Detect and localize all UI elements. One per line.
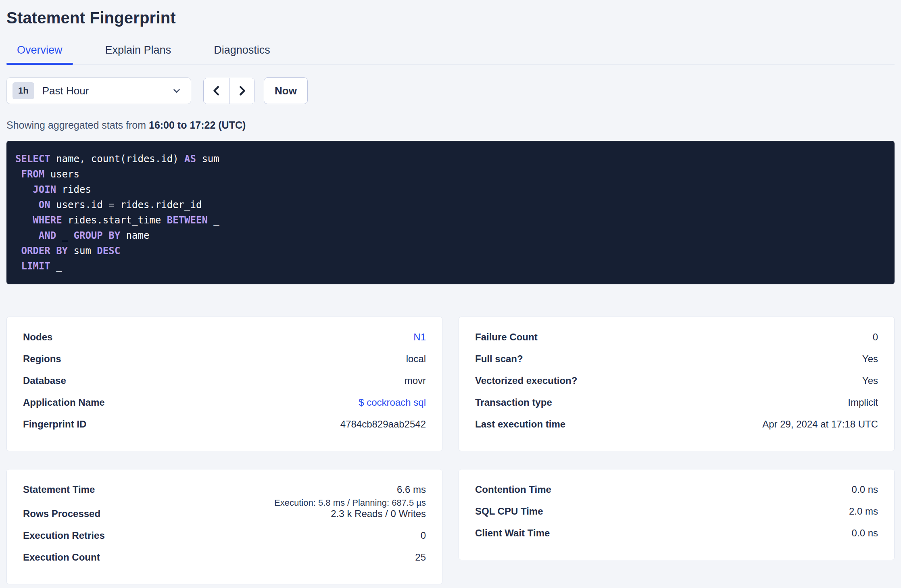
stat-value: 0 <box>421 530 426 541</box>
stat-value-main: Yes <box>862 353 878 365</box>
stat-value: 0.0 ns <box>852 484 878 495</box>
chevron-right-icon <box>236 85 248 97</box>
tab-overview[interactable]: Overview <box>6 38 73 64</box>
stat-label: Application Name <box>23 397 105 408</box>
stat-row: Client Wait Time0.0 ns <box>475 528 878 549</box>
stat-value: Apr 29, 2024 at 17:18 UTC <box>762 419 878 430</box>
stat-label: Regions <box>23 353 61 365</box>
sql-line: WHERE rides.start_time BETWEEN _ <box>15 213 886 228</box>
tab-diagnostics[interactable]: Diagnostics <box>203 38 281 64</box>
sql-line: FROM users <box>15 167 886 182</box>
stat-row: Regionslocal <box>23 353 426 375</box>
stat-label: Contention Time <box>475 484 551 495</box>
sql-text: rides.start_time <box>62 215 167 226</box>
prev-range-button[interactable] <box>204 78 229 104</box>
stat-row: NodesN1 <box>23 332 426 353</box>
sql-text: users <box>44 169 79 180</box>
stat-row: Execution Count25 <box>23 552 426 573</box>
stat-value-main: 25 <box>415 552 426 563</box>
stat-label: Execution Retries <box>23 530 105 541</box>
sql-line: JOIN rides <box>15 182 886 197</box>
sql-text: rides <box>56 184 91 195</box>
stat-value: Yes <box>862 375 878 386</box>
statement-timing-card: Statement Time6.6 msExecution: 5.8 ms / … <box>6 469 442 584</box>
sql-line: ORDER BY sum DESC <box>15 243 886 259</box>
sql-text <box>15 199 39 211</box>
time-range-label: Past Hour <box>42 85 171 97</box>
stat-row: Statement Time6.6 msExecution: 5.8 ms / … <box>23 484 426 508</box>
sql-keyword: BETWEEN <box>167 215 208 226</box>
tabbar: Overview Explain Plans Diagnostics <box>6 38 895 65</box>
sql-text <box>15 245 21 256</box>
stat-value: 25 <box>415 552 426 563</box>
stat-label: Database <box>23 375 66 386</box>
sql-line: ON users.id = rides.rider_id <box>15 197 886 213</box>
sql-text: sum <box>196 153 219 165</box>
sql-line: LIMIT _ <box>15 259 886 274</box>
sql-keyword: DESC <box>97 245 120 256</box>
sql-text <box>15 230 39 241</box>
stat-value-main: local <box>406 353 426 365</box>
stat-value: 0.0 ns <box>852 528 878 539</box>
stat-row: Vectorized execution?Yes <box>475 375 878 397</box>
stat-row: Contention Time0.0 ns <box>475 484 878 506</box>
stat-row: Transaction typeImplicit <box>475 397 878 419</box>
next-range-button[interactable] <box>229 78 254 104</box>
statement-fingerprint-page: Statement Fingerprint Overview Explain P… <box>0 0 901 588</box>
stat-value: 0 <box>873 332 878 343</box>
sql-keyword: AS <box>184 153 196 165</box>
stat-value-sub: Execution: 5.8 ms / Planning: 687.5 µs <box>274 498 426 508</box>
stat-value-main: movr <box>405 375 426 386</box>
stat-value-link[interactable]: $ cockroach sql <box>359 397 426 408</box>
sql-keyword: JOIN <box>33 184 56 195</box>
stat-label: Failure Count <box>475 332 538 343</box>
summary-range: 16:00 to 17:22 (UTC) <box>149 119 246 131</box>
stat-label: Statement Time <box>23 484 95 495</box>
time-range-dropdown[interactable]: 1h Past Hour <box>6 77 191 104</box>
sql-keyword: FROM <box>21 169 44 180</box>
stat-label: Vectorized execution? <box>475 375 577 386</box>
sql-text <box>15 184 33 195</box>
stat-value-main: Yes <box>862 375 878 386</box>
stat-value-main: N1 <box>413 332 426 343</box>
sql-keyword: ORDER BY <box>21 245 68 256</box>
stat-value-main: 0.0 ns <box>852 528 878 539</box>
stat-value-main: Apr 29, 2024 at 17:18 UTC <box>762 419 878 430</box>
statement-details-card: NodesN1RegionslocalDatabasemovrApplicati… <box>6 317 442 451</box>
sql-keyword: GROUP BY <box>74 230 121 241</box>
stat-row: Rows Processed2.3 k Reads / 0 Writes <box>23 508 426 530</box>
stat-label: Client Wait Time <box>475 528 550 539</box>
details-cards-row: NodesN1RegionslocalDatabasemovrApplicati… <box>6 317 895 451</box>
stat-label: SQL CPU Time <box>475 506 543 517</box>
tab-explain-plans[interactable]: Explain Plans <box>95 38 182 64</box>
stat-value: 2.0 ms <box>849 506 878 517</box>
stat-value: 6.6 msExecution: 5.8 ms / Planning: 687.… <box>274 484 426 508</box>
stat-row: Execution Retries0 <box>23 530 426 552</box>
stat-value: local <box>406 353 426 365</box>
sql-text: _ <box>208 215 219 226</box>
timing-cards-row: Statement Time6.6 msExecution: 5.8 ms / … <box>6 469 895 584</box>
wait-timing-card: Contention Time0.0 nsSQL CPU Time2.0 msC… <box>459 469 895 560</box>
stat-value: 4784cb829aab2542 <box>340 419 426 430</box>
aggregated-stats-summary: Showing aggregated stats from 16:00 to 1… <box>6 119 895 131</box>
stat-row: Application Name$ cockroach sql <box>23 397 426 419</box>
sql-text: users.id = rides.rider_id <box>50 199 202 211</box>
stat-row: SQL CPU Time2.0 ms <box>475 506 878 528</box>
sql-text <box>15 169 21 180</box>
stat-label: Fingerprint ID <box>23 419 86 430</box>
stat-value: 2.3 k Reads / 0 Writes <box>331 508 426 519</box>
sql-statement-box: SELECT name, count(rides.id) AS sum FROM… <box>6 141 895 284</box>
now-button[interactable]: Now <box>264 77 308 104</box>
stat-value: Yes <box>862 353 878 365</box>
page-title: Statement Fingerprint <box>6 9 895 27</box>
stat-value-link[interactable]: N1 <box>413 332 426 343</box>
stat-label: Full scan? <box>475 353 523 365</box>
stat-value-main: 0 <box>873 332 878 343</box>
sql-text: name, count(rides.id) <box>50 153 184 165</box>
time-nav-group <box>203 78 255 104</box>
sql-line: AND _ GROUP BY name <box>15 228 886 243</box>
stat-value-main: 0 <box>421 530 426 541</box>
time-range-badge: 1h <box>13 82 34 99</box>
sql-keyword: SELECT <box>15 153 50 165</box>
stat-value: movr <box>405 375 426 386</box>
